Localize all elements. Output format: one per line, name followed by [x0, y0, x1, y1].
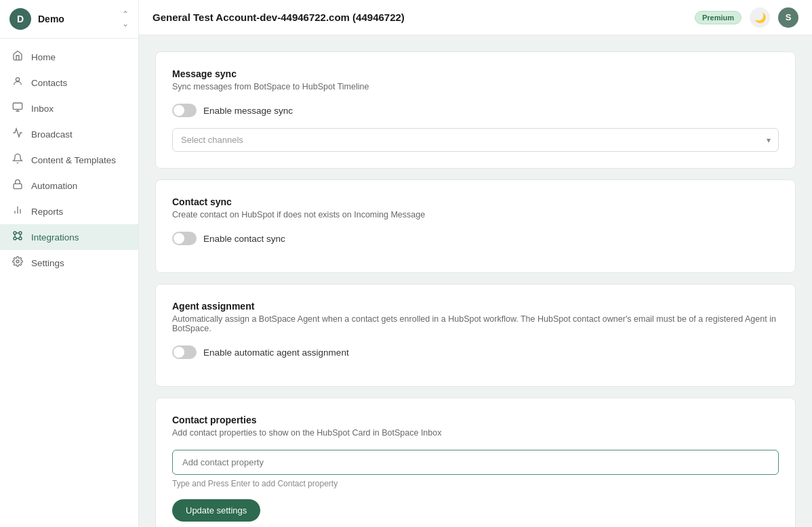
message-sync-toggle[interactable] — [172, 104, 197, 117]
main-content: General Test Account-dev-44946722.com (4… — [139, 0, 812, 527]
user-avatar[interactable]: S — [778, 7, 798, 28]
reports-icon — [11, 205, 24, 218]
contact-sync-desc: Create contact on HubSpot if does not ex… — [172, 210, 779, 219]
svg-point-7 — [19, 232, 22, 234]
sidebar-item-inbox[interactable]: Inbox — [0, 96, 138, 121]
contact-sync-toggle-row: Enable contact sync — [172, 232, 779, 245]
content-area: Message sync Sync messages from BotSpace… — [139, 35, 812, 527]
agent-assignment-toggle-label: Enable automatic agent assignment — [203, 347, 349, 358]
sidebar-item-contacts[interactable]: Contacts — [0, 70, 138, 96]
contact-properties-title: Contact properties — [172, 415, 779, 425]
sidebar-item-label: Home — [31, 52, 56, 62]
agent-assignment-toggle[interactable] — [172, 345, 197, 359]
sidebar: D Demo ⌃⌄ Home Contacts Inbox Broadcast … — [0, 0, 139, 527]
svg-point-9 — [19, 237, 22, 240]
sidebar-item-label: Reports — [31, 207, 63, 217]
svg-point-14 — [16, 260, 19, 263]
agent-assignment-toggle-row: Enable automatic agent assignment — [172, 345, 779, 359]
sidebar-nav: Home Contacts Inbox Broadcast Content & … — [0, 39, 138, 527]
settings-icon — [11, 256, 24, 270]
sidebar-item-settings[interactable]: Settings — [0, 250, 138, 276]
svg-rect-2 — [14, 184, 22, 188]
message-sync-desc: Sync messages from BotSpace to HubSpot T… — [172, 82, 779, 91]
account-letter: D — [17, 14, 24, 24]
sidebar-item-home[interactable]: Home — [0, 44, 138, 70]
sidebar-item-integrations[interactable]: Integrations — [0, 224, 138, 250]
contact-properties-card: Contact properties Add contact propertie… — [155, 398, 796, 527]
inbox-icon — [11, 102, 24, 115]
sidebar-item-broadcast[interactable]: Broadcast — [0, 121, 138, 147]
chevron-icon: ⌃⌄ — [122, 9, 129, 28]
contact-properties-desc: Add contact properties to show on the Hu… — [172, 428, 779, 438]
contact-property-input[interactable] — [172, 450, 779, 475]
contact-sync-toggle[interactable] — [172, 232, 197, 245]
sidebar-item-label: Automation — [31, 181, 77, 191]
account-name: Demo — [38, 14, 115, 24]
contact-sync-title: Contact sync — [172, 196, 779, 207]
automation-icon — [11, 179, 24, 192]
select-channels[interactable]: Select channels — [172, 128, 779, 152]
agent-assignment-title: Agent assignment — [172, 301, 779, 312]
sidebar-item-label: Contacts — [31, 78, 67, 88]
page-title: General Test Account-dev-44946722.com (4… — [153, 12, 687, 23]
theme-toggle-button[interactable]: 🌙 — [750, 7, 770, 28]
sidebar-item-label: Settings — [31, 258, 64, 268]
svg-point-8 — [14, 237, 16, 240]
sidebar-item-label: Inbox — [31, 104, 54, 114]
message-sync-toggle-label: Enable message sync — [203, 106, 293, 116]
select-channels-wrapper: Select channels — [172, 128, 779, 152]
user-initial: S — [786, 12, 792, 22]
svg-point-6 — [14, 232, 16, 234]
sidebar-item-automation[interactable]: Automation — [0, 173, 138, 198]
broadcast-icon — [11, 127, 24, 141]
home-icon — [11, 50, 24, 64]
account-avatar: D — [9, 8, 31, 30]
sidebar-item-label: Broadcast — [31, 129, 73, 140]
update-settings-button[interactable]: Update settings — [172, 499, 260, 522]
sidebar-item-reports[interactable]: Reports — [0, 198, 138, 224]
topbar: General Test Account-dev-44946722.com (4… — [139, 0, 812, 35]
contacts-icon — [11, 76, 24, 89]
sidebar-item-content-templates[interactable]: Content & Templates — [0, 147, 138, 173]
sidebar-item-label: Content & Templates — [31, 155, 116, 165]
agent-assignment-card: Agent assignment Automatically assign a … — [155, 284, 796, 387]
account-selector[interactable]: D Demo ⌃⌄ — [0, 0, 138, 39]
sidebar-item-label: Integrations — [31, 232, 79, 243]
agent-assignment-desc: Automatically assign a BotSpace Agent wh… — [172, 314, 779, 333]
message-sync-card: Message sync Sync messages from BotSpace… — [155, 51, 796, 169]
message-sync-toggle-row: Enable message sync — [172, 104, 779, 117]
svg-rect-1 — [13, 103, 22, 109]
svg-point-0 — [16, 78, 19, 81]
message-sync-title: Message sync — [172, 68, 779, 79]
premium-badge: Premium — [695, 11, 742, 24]
content-templates-icon — [11, 153, 24, 167]
integrations-icon — [11, 230, 24, 244]
contact-sync-toggle-label: Enable contact sync — [203, 234, 285, 244]
contact-sync-card: Contact sync Create contact on HubSpot i… — [155, 180, 796, 273]
property-hint: Type and Press Enter to add Contact prop… — [172, 479, 779, 488]
